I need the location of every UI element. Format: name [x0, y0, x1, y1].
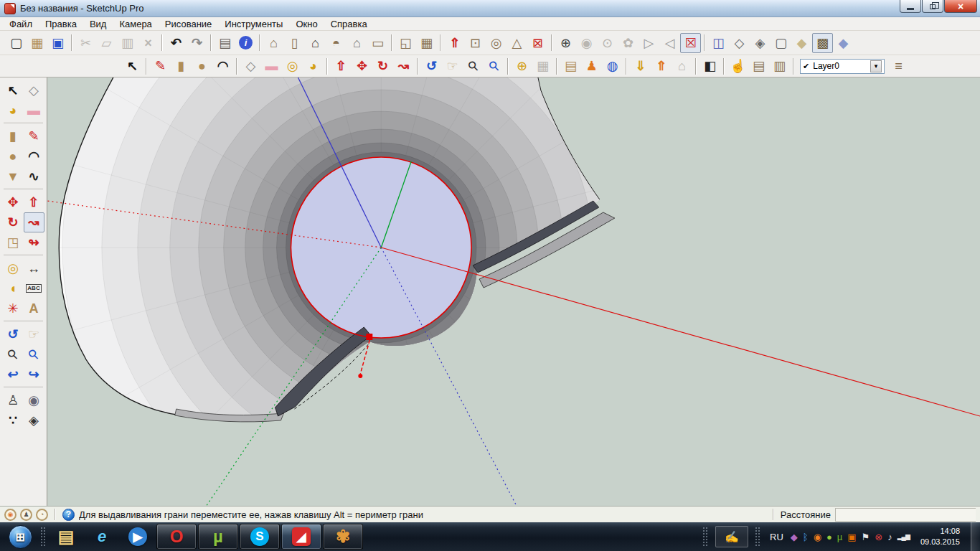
open-button[interactable]: ▦: [27, 33, 47, 53]
circle-button[interactable]: ●: [192, 56, 212, 76]
section-plane-button[interactable]: ◈: [24, 410, 44, 430]
layer-manager-button[interactable]: ≡: [888, 56, 909, 76]
hidden-line-button[interactable]: ▢: [771, 33, 791, 53]
menu-item-camera[interactable]: Камера: [113, 18, 158, 30]
sandbox-from-scratch-button[interactable]: ▦: [416, 33, 437, 53]
orbit-button[interactable]: ↺: [3, 324, 24, 344]
tape-measure-button[interactable]: ◎: [3, 258, 24, 278]
photo-textures-button[interactable]: ▤: [560, 56, 581, 76]
rectangle-button[interactable]: ▮: [171, 56, 192, 76]
text-button[interactable]: ABC: [24, 278, 44, 298]
select-button[interactable]: ↖: [122, 56, 143, 76]
drape-button[interactable]: ◎: [486, 33, 507, 53]
tray-leaf-agent-icon[interactable]: ●: [826, 532, 832, 542]
shaded-textures-button[interactable]: ▩: [812, 33, 833, 53]
offset-button[interactable]: ↬: [24, 232, 44, 253]
rotate-button[interactable]: ↻: [3, 212, 24, 232]
taskbar-clock[interactable]: 14:08 09.03.2015: [915, 526, 966, 548]
layer-dropdown-arrow[interactable]: ▾: [870, 60, 882, 72]
credits-button[interactable]: ◔: [36, 509, 48, 521]
building-maker-button[interactable]: ♟: [581, 56, 602, 76]
protractor-button[interactable]: ◖: [3, 278, 24, 298]
zoom-button[interactable]: ⚲: [3, 344, 24, 364]
tray-java-icon[interactable]: ▣: [847, 532, 856, 542]
view-left-button[interactable]: ▯: [284, 33, 305, 53]
menu-item-help[interactable]: Справка: [324, 18, 374, 30]
pushpull-marker[interactable]: [366, 334, 372, 340]
view-top-button[interactable]: ◓: [326, 33, 347, 53]
dimension-button[interactable]: ↔: [24, 258, 44, 278]
taskbar-utorrent-button[interactable]: µ: [198, 524, 238, 550]
back-edges-button[interactable]: ◇: [729, 33, 750, 53]
tray-network-error-icon[interactable]: ⊗: [875, 532, 882, 542]
menu-item-view[interactable]: Вид: [83, 18, 113, 30]
view-right-button[interactable]: ▭: [367, 33, 388, 53]
sandbox-from-contours-button[interactable]: ◱: [395, 33, 416, 53]
view-front-button[interactable]: ⌂: [305, 33, 326, 53]
eraser-button[interactable]: ▬: [261, 56, 282, 76]
shadows-button[interactable]: ◧: [699, 56, 720, 76]
redo-button[interactable]: ↷: [187, 33, 207, 53]
close-button[interactable]: ×: [944, 0, 977, 13]
axes-button[interactable]: ✳: [3, 298, 24, 319]
reset-camera-button[interactable]: ☒: [680, 33, 701, 53]
line-button[interactable]: ✎: [24, 126, 44, 146]
view-back-button[interactable]: ⌂: [347, 33, 367, 53]
show-frustum-volume-button[interactable]: ◁: [659, 33, 680, 53]
claim-credit-button[interactable]: ♟: [20, 509, 32, 521]
menu-item-edit[interactable]: Правка: [39, 18, 83, 30]
tray-volume-icon[interactable]: ♪: [887, 532, 892, 542]
zoom-previous-button[interactable]: ↩: [3, 364, 24, 385]
paint-bucket-button[interactable]: ◕: [303, 56, 324, 76]
menu-item-tools[interactable]: Инструменты: [218, 18, 289, 30]
tray-lingvo-icon[interactable]: ◆: [791, 532, 798, 542]
select-button[interactable]: ↖: [3, 80, 24, 100]
monochrome-button[interactable]: ◆: [833, 33, 854, 53]
model-viewport[interactable]: [47, 77, 980, 506]
freehand-button[interactable]: ∿: [24, 166, 44, 187]
get-models-button[interactable]: ⇓: [630, 56, 651, 76]
interact-button[interactable]: ☝: [727, 56, 748, 76]
look-around-button[interactable]: ◉: [24, 390, 44, 410]
taskbar-explorer-button[interactable]: ▤: [48, 522, 84, 551]
smoove-button[interactable]: ⇑: [444, 33, 465, 53]
add-detail-button[interactable]: △: [507, 33, 527, 53]
walk-button[interactable]: ∵: [3, 410, 24, 430]
taskbar-paint-button[interactable]: ✾: [323, 524, 363, 550]
flip-edge-button[interactable]: ⊠: [527, 33, 548, 53]
taskbar-internet-explorer-button[interactable]: e: [84, 522, 120, 551]
tray-tablet-input-button[interactable]: ✍: [715, 526, 748, 547]
arc-button[interactable]: ◠: [24, 146, 44, 166]
view-iso-button[interactable]: ⌂: [263, 33, 284, 53]
menu-item-draw[interactable]: Рисование: [159, 18, 218, 30]
stamp-button[interactable]: ⊡: [465, 33, 486, 53]
menu-item-window[interactable]: Окно: [289, 18, 324, 30]
tray-signal-icon[interactable]: ▂▄▆: [897, 534, 910, 540]
tray-utorrent-tray-icon[interactable]: µ: [837, 532, 843, 542]
polygon-button[interactable]: ▼: [3, 166, 24, 187]
model-canvas[interactable]: [47, 77, 980, 506]
component-options-button[interactable]: ▤: [748, 56, 769, 76]
position-camera-button[interactable]: ♙: [3, 390, 24, 410]
push-pull-button[interactable]: ⇧: [24, 192, 44, 212]
help-icon[interactable]: ?: [62, 509, 75, 521]
shaded-button[interactable]: ◆: [791, 33, 812, 53]
move-button[interactable]: ✥: [3, 192, 24, 212]
show-desktop-button[interactable]: [971, 522, 980, 551]
follow-me-button[interactable]: ↝: [24, 212, 44, 232]
print-button[interactable]: ▤: [215, 33, 235, 53]
tray-bluetooth-icon[interactable]: ᛒ: [803, 532, 809, 542]
google-earth-button[interactable]: ◍: [602, 56, 623, 76]
zoom-extents-button[interactable]: ⚲: [24, 344, 44, 364]
layer-dropdown[interactable]: ✔ Layer0 ▾: [800, 59, 885, 74]
orbit-button[interactable]: ↺: [421, 56, 442, 76]
move-button[interactable]: ✥: [352, 56, 372, 76]
minimize-button[interactable]: [900, 0, 921, 13]
tray-download-manager-icon[interactable]: ◉: [814, 532, 821, 542]
create-camera-button[interactable]: ⊕: [555, 33, 576, 53]
make-component-button[interactable]: ◇: [240, 56, 261, 76]
eraser-button[interactable]: ▬: [24, 100, 44, 121]
rectangle-button[interactable]: ▮: [3, 126, 24, 146]
pan-button[interactable]: ☞: [442, 56, 463, 76]
save-button[interactable]: ▣: [47, 33, 68, 53]
